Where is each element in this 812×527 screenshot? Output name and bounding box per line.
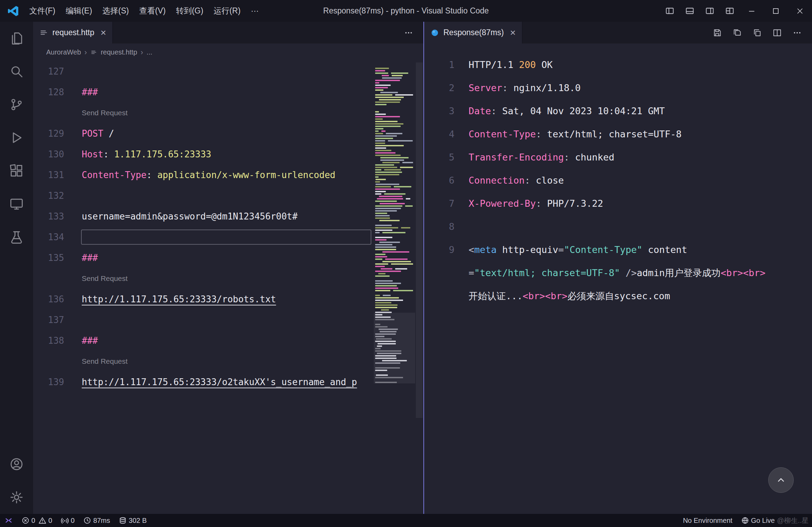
vscode-window: 文件(F)编辑(E)选择(S)查看(V)转到(G)运行(R)··· Respon… [0, 0, 812, 527]
close-tab-icon[interactable]: × [510, 28, 515, 38]
minimap-line [375, 188, 414, 191]
minimap-segment [379, 196, 402, 197]
line-content: Host: 1.117.175.65:23333 [64, 144, 211, 165]
minimap-segment [375, 304, 398, 306]
testing-icon [9, 230, 24, 245]
account-icon [9, 457, 24, 472]
explorer-icon [9, 31, 24, 46]
activity-bar-item-account[interactable] [0, 448, 33, 481]
minimap-slider[interactable] [374, 313, 415, 383]
activity-bar-item-run-debug[interactable] [0, 121, 33, 154]
minimap-segment [375, 215, 390, 216]
save-icon[interactable] [709, 22, 726, 43]
send-request-lens[interactable]: Send Request [82, 274, 128, 283]
code-token: PHP/7.3.22 [547, 198, 603, 209]
status-rest-client-environment[interactable]: No Environment [679, 514, 737, 527]
menu-overflow[interactable]: ··· [246, 0, 264, 22]
code-line: 138### [33, 330, 372, 351]
toggle-sidebar-button[interactable] [660, 0, 680, 22]
minimap-line [375, 178, 414, 181]
menu-item-5[interactable]: 运行(R) [209, 0, 246, 22]
response-code[interactable]: 1HTTP/1.1 200 OK2Server: nginx/1.18.03Da… [424, 43, 812, 514]
minimap-segment [386, 133, 402, 134]
tab-bar-right: Response(87ms) × [424, 22, 812, 43]
request-editor[interactable]: 127128###Send Request129POST /130Host: 1… [33, 61, 423, 514]
minimap[interactable] [375, 62, 414, 384]
status-ports[interactable]: 0 [57, 514, 79, 527]
code-token: / [103, 128, 114, 139]
tab-label: Response(87ms) [443, 28, 504, 37]
toggle-panel-button[interactable] [680, 0, 700, 22]
minimap-line [375, 101, 414, 104]
code-token: Date [469, 106, 491, 116]
menu-item-1[interactable]: 编辑(E) [60, 0, 97, 22]
remote-indicator[interactable] [0, 514, 17, 527]
minimap-segment [375, 172, 402, 173]
tab-request-http[interactable]: request.http × [33, 22, 113, 43]
send-request-lens[interactable]: Send Request [82, 109, 128, 117]
activity-bar-item-remote-explorer[interactable] [0, 187, 33, 221]
status-bar-right: No EnvironmentGo Live [679, 514, 779, 527]
split-editor-icon[interactable] [769, 22, 786, 43]
minimap-line [375, 159, 414, 162]
activity-bar-item-testing[interactable] [0, 221, 33, 254]
breadcrumb-item-0[interactable]: AuroraWeb [46, 48, 81, 56]
activity-bar-item-search[interactable] [0, 55, 33, 88]
request-url-link[interactable]: http://1.117.175.65:23333/o2takuXX's_use… [82, 377, 357, 387]
response-editor[interactable]: 1HTTP/1.1 200 OK2Server: nginx/1.18.03Da… [424, 43, 812, 514]
minimap-line [375, 275, 414, 277]
minimap-line [375, 94, 414, 96]
scrollbar[interactable] [416, 62, 423, 418]
menu-item-3[interactable]: 查看(V) [134, 0, 171, 22]
activity-bar-item-source-control[interactable] [0, 88, 33, 121]
close-tab-icon[interactable]: × [100, 28, 106, 38]
status-go-live[interactable]: Go Live [737, 514, 779, 527]
line-number: 5 [424, 146, 454, 169]
breadcrumb-item-2[interactable]: ... [147, 48, 152, 56]
toggle-secondary-sidebar-button[interactable] [700, 0, 720, 22]
code-token: text/html; charset=UTF-8 [547, 129, 682, 139]
menu-item-0[interactable]: 文件(F) [24, 0, 60, 22]
minimap-line [375, 125, 414, 128]
status-problems[interactable]: 00 [17, 514, 57, 527]
activity-bar-item-explorer[interactable] [0, 22, 33, 55]
extensions-icon [9, 163, 24, 178]
minimap-segment [375, 297, 399, 299]
minimap-line [375, 215, 414, 217]
status-response-time[interactable]: 87ms [79, 514, 114, 527]
send-request-lens[interactable]: Send Request [82, 357, 128, 365]
minimap-segment [375, 169, 381, 170]
code-token: Host [82, 149, 103, 159]
minimap-line [375, 205, 414, 207]
more-actions-icon[interactable] [789, 22, 806, 43]
activity-bar-item-extensions[interactable] [0, 154, 33, 187]
close-button[interactable] [788, 0, 812, 22]
maximize-button[interactable] [764, 0, 788, 22]
minimap-segment [392, 75, 403, 76]
minimap-segment [375, 300, 403, 301]
breadcrumb-item-1[interactable]: request.http [101, 48, 137, 56]
minimap-segment [375, 283, 401, 284]
minimap-line [375, 89, 414, 91]
activity-bar-item-settings[interactable] [0, 481, 33, 514]
scroll-to-top-button[interactable] [768, 467, 794, 493]
minimize-button[interactable] [740, 0, 764, 22]
minimap-segment [383, 295, 391, 296]
copy-icon[interactable] [749, 22, 766, 43]
minimap-segment [375, 126, 401, 127]
request-url-link[interactable]: http://1.117.175.65:23333/robots.txt [82, 294, 276, 304]
more-actions-icon[interactable] [400, 22, 417, 43]
request-code[interactable]: 127128###Send Request129POST /130Host: 1… [33, 61, 372, 514]
minimap-segment [375, 275, 390, 277]
minimap-segment [375, 140, 385, 141]
save-all-icon[interactable] [729, 22, 746, 43]
minimap-segment [393, 290, 413, 291]
minimap-segment [375, 287, 398, 289]
status-response-size[interactable]: 302 B [114, 514, 151, 527]
menu-item-4[interactable]: 转到(G) [171, 0, 208, 22]
menu-item-2[interactable]: 选择(S) [97, 0, 134, 22]
customize-layout-button[interactable] [720, 0, 740, 22]
line-number: 4 [424, 123, 454, 146]
line-content [64, 61, 82, 82]
tab-response[interactable]: Response(87ms) × [424, 22, 522, 43]
